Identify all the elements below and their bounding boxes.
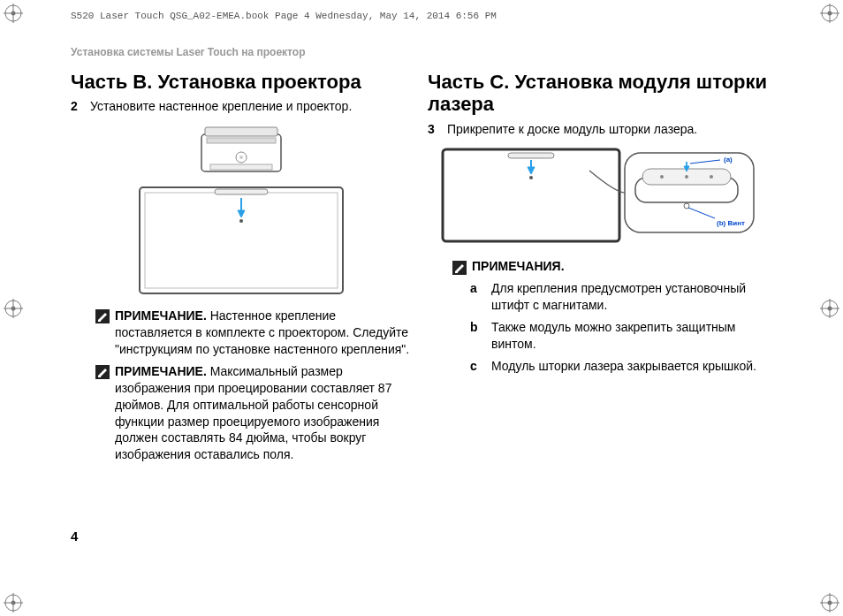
notes-sublist: a Для крепления предусмотрен установочны… [470, 280, 769, 374]
figure-laser-curtain: (a) (b) Винт [439, 144, 757, 250]
section-b-heading: Часть B. Установка проектора [71, 71, 412, 93]
note-b-text: Также модуль можно закрепить защитным ви… [491, 319, 769, 353]
svg-rect-25 [205, 127, 277, 136]
column-right: Часть C. Установка модуля шторки лазера … [428, 71, 769, 468]
callout-b-label: (b) Винт [717, 219, 745, 227]
page-number: 4 [71, 529, 78, 544]
note-item-b: b Также модуль можно закрепить защитным … [470, 319, 769, 353]
step-3-number: 3 [428, 121, 440, 138]
pdf-header-line: S520 Laser Touch QSG_A02-EMEA.book Page … [71, 11, 497, 21]
step-3: 3 Прикрепите к доске модуль шторки лазер… [428, 121, 769, 138]
svg-point-49 [685, 175, 688, 179]
section-c-heading: Часть C. Установка модуля шторки лазера [428, 71, 769, 116]
content-columns: Часть B. Установка проектора 2 Установит… [71, 71, 769, 468]
svg-rect-41 [508, 153, 554, 158]
note-b-letter: b [470, 319, 482, 353]
svg-rect-39 [98, 376, 101, 377]
note-a-text: Для крепления предусмотрен установочный … [491, 280, 769, 314]
svg-point-48 [660, 175, 664, 179]
note-icon [452, 261, 467, 275]
note-a-letter: a [470, 280, 482, 314]
step-2-text: Установите настенное крепление и проекто… [90, 98, 352, 115]
column-left: Часть B. Установка проектора 2 Установит… [71, 71, 412, 468]
figure-projector-mount [131, 122, 352, 299]
svg-point-50 [710, 175, 713, 179]
step-2-number: 2 [71, 98, 83, 115]
note-2-text: Максимальный размер изображения при прое… [115, 364, 391, 461]
crop-mark-br [820, 593, 839, 612]
crop-mark-tl [4, 4, 23, 23]
svg-rect-32 [215, 189, 268, 194]
note-2-label: ПРИМЕЧАНИЕ. [115, 364, 207, 378]
svg-rect-37 [98, 320, 101, 322]
notes-header: ПРИМЕЧАНИЯ. [452, 259, 769, 275]
note-item-a: a Для крепления предусмотрен установочны… [470, 280, 769, 314]
step-3-text: Прикрепите к доске модуль шторки лазера. [447, 121, 697, 138]
svg-rect-57 [455, 271, 458, 273]
svg-point-28 [239, 156, 243, 159]
notes-header-text: ПРИМЕЧАНИЯ. [472, 259, 565, 273]
note-c-text: Модуль шторки лазера закрывается крышкой… [491, 358, 756, 375]
svg-rect-26 [207, 138, 276, 143]
svg-rect-29 [210, 164, 272, 170]
running-header: Установка системы Laser Touch на проекто… [71, 46, 306, 58]
crop-mark-ml [4, 299, 23, 318]
note-c-letter: c [470, 358, 482, 375]
note-2-body: ПРИМЕЧАНИЕ. Максимальный размер изображе… [115, 363, 412, 463]
callout-a-label: (a) [724, 156, 733, 164]
crop-mark-tr [820, 4, 839, 23]
note-item-c: c Модуль шторки лазера закрывается крышк… [470, 358, 769, 375]
note-1-body: ПРИМЕЧАНИЕ. Настенное крепление поставля… [115, 308, 412, 358]
crop-mark-bl [4, 593, 23, 612]
step-2: 2 Установите настенное крепление и проек… [71, 98, 412, 115]
svg-point-44 [529, 176, 533, 179]
svg-point-35 [239, 219, 243, 223]
note-1: ПРИМЕЧАНИЕ. Настенное крепление поставля… [95, 308, 412, 358]
crop-mark-mr [820, 299, 839, 318]
note-icon [95, 309, 110, 323]
note-icon [95, 365, 110, 379]
note-2: ПРИМЕЧАНИЕ. Максимальный размер изображе… [95, 363, 412, 463]
note-1-label: ПРИМЕЧАНИЕ. [115, 308, 207, 323]
